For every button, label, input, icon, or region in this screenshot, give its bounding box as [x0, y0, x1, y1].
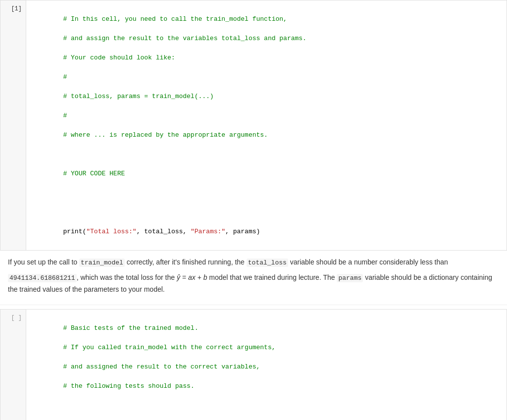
text-paragraph-2: 4941134.618681211, which was the total l…: [8, 272, 499, 295]
cell-content-1[interactable]: # In this cell, you need to call the tra…: [26, 0, 507, 250]
math-expression: ŷ = ax + b: [177, 273, 207, 281]
text-variable-desc: variable should be a number considerably…: [288, 258, 448, 266]
inline-code-params: params: [337, 274, 363, 282]
text-number-context: , which was the total loss for the: [77, 273, 177, 281]
inline-code-train-model: train_model: [79, 259, 125, 267]
code-cell-2[interactable]: [ ] # Basic tests of the trained model. …: [0, 309, 507, 420]
code-block-2: # Basic tests of the trained model. # If…: [32, 314, 501, 420]
cell-content-2[interactable]: # Basic tests of the trained model. # If…: [26, 310, 507, 420]
text-paragraph-1: If you set up the call to train_model co…: [8, 257, 499, 268]
inline-code-number: 4941134.618681211: [8, 274, 77, 282]
text-model-context: model that we trained during lecture. Th…: [207, 273, 337, 281]
code-block-1: # In this cell, you need to call the tra…: [32, 4, 501, 246]
notebook-container: [1] # In this cell, you need to call the…: [0, 0, 507, 420]
code-cell-1[interactable]: [1] # In this cell, you need to call the…: [0, 0, 507, 251]
text-after-code1: correctly, after it's finished running, …: [125, 258, 247, 266]
text-pre-code1: If you set up the call to: [8, 258, 79, 266]
text-cell-1: If you set up the call to train_model co…: [0, 251, 507, 306]
inline-code-total-loss: total_loss: [247, 259, 288, 267]
cell-label-1: [1]: [0, 0, 26, 250]
cell-label-2: [ ]: [0, 310, 26, 420]
